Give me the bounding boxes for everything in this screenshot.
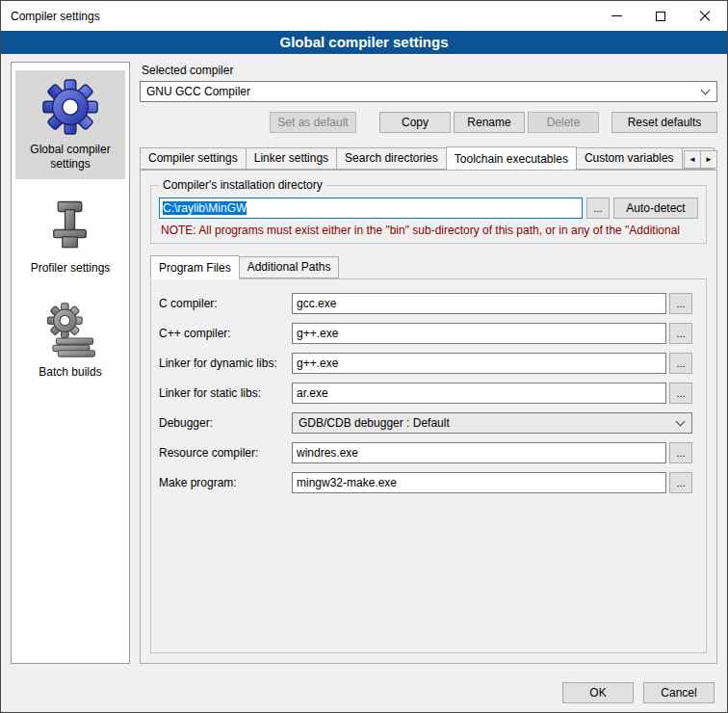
tab-linker-settings[interactable]: Linker settings [246, 147, 337, 170]
sidebar: Global compiler settings [11, 62, 130, 664]
resource-compiler-input[interactable] [292, 442, 666, 463]
close-icon [699, 11, 711, 22]
note-text: NOTE: All programs must exist either in … [161, 224, 698, 237]
resource-compiler-label: Resource compiler: [159, 446, 292, 460]
installation-directory-groupbox: Compiler's installation directory C:\ray… [150, 178, 707, 244]
titlebar: Compiler settings [1, 1, 727, 31]
arrow-right-icon: ► [705, 155, 713, 164]
cpp-compiler-input[interactable] [292, 323, 666, 344]
c-compiler-input[interactable] [292, 293, 666, 314]
browse-make-program-button[interactable]: ... [669, 472, 692, 493]
delete-button[interactable]: Delete [528, 112, 599, 133]
set-as-default-button[interactable]: Set as default [270, 112, 356, 133]
copy-button[interactable]: Copy [379, 112, 451, 133]
c-compiler-row: C compiler: ... [159, 293, 692, 314]
browse-static-linker-button[interactable]: ... [669, 383, 692, 404]
browse-c-compiler-button[interactable]: ... [669, 293, 692, 314]
install-dir-value: C:\raylib\MinGW [163, 201, 247, 215]
minimize-button[interactable] [594, 1, 638, 31]
sidebar-item-profiler-settings[interactable]: Profiler settings [15, 189, 125, 283]
tab-scroll-buttons: ◄ ► [685, 150, 717, 169]
static-linker-input[interactable] [292, 383, 666, 404]
sidebar-item-batch-builds[interactable]: Batch builds [15, 293, 125, 387]
make-program-row: Make program: ... [159, 472, 692, 493]
sidebar-item-label: Profiler settings [31, 261, 111, 276]
chevron-down-icon [676, 417, 686, 427]
sidebar-item-label: Global compiler settings [17, 143, 123, 172]
arrow-left-icon: ◄ [689, 155, 696, 164]
debugger-label: Debugger: [159, 416, 292, 430]
static-linker-label: Linker for static libs: [159, 386, 292, 400]
cpp-compiler-row: C++ compiler: ... [159, 323, 692, 344]
rename-button[interactable]: Rename [454, 112, 525, 133]
dynamic-linker-label: Linker for dynamic libs: [159, 356, 292, 370]
sidebar-item-global-compiler-settings[interactable]: Global compiler settings [15, 70, 125, 179]
browse-dynamic-linker-button[interactable]: ... [669, 353, 692, 374]
maximize-button[interactable] [638, 1, 683, 31]
sidebar-item-label: Batch builds [39, 365, 101, 380]
minimize-icon [611, 15, 622, 16]
debugger-row: Debugger: GDB/CDB debugger : Default [159, 412, 692, 434]
tab-custom-variables[interactable]: Custom variables [576, 147, 683, 170]
installation-directory-row: C:\raylib\MinGW ... Auto-detect [159, 198, 698, 219]
compiler-select-value: GNU GCC Compiler [146, 85, 250, 98]
debugger-select-value: GDB/CDB debugger : Default [299, 416, 450, 430]
compiler-select[interactable]: GNU GCC Compiler [140, 81, 717, 102]
window-controls [594, 1, 727, 31]
auto-detect-button[interactable]: Auto-detect [613, 198, 698, 219]
tab-program-files[interactable]: Program Files [150, 255, 240, 279]
browse-install-dir-button[interactable]: ... [586, 198, 610, 219]
dialog-header: Global compiler settings [1, 31, 727, 54]
debugger-select[interactable]: GDB/CDB debugger : Default [292, 412, 692, 434]
cancel-button[interactable]: Cancel [643, 682, 715, 703]
c-compiler-label: C compiler: [159, 297, 292, 310]
cpp-compiler-label: C++ compiler: [159, 327, 292, 340]
toolchain-executables-page: Compiler's installation directory C:\ray… [140, 170, 717, 664]
make-program-label: Make program: [159, 476, 292, 489]
dynamic-linker-input[interactable] [292, 353, 666, 374]
installation-directory-label: Compiler's installation directory [159, 178, 326, 192]
gear-icon [39, 76, 101, 138]
compiler-actions: Set as default Copy Rename Delete Reset … [140, 112, 717, 133]
static-linker-row: Linker for static libs: ... [159, 383, 692, 404]
program-tabs: Program Files Additional Paths [150, 255, 707, 278]
make-program-input[interactable] [292, 472, 666, 493]
browse-resource-compiler-button[interactable]: ... [669, 442, 692, 463]
install-dir-input[interactable]: C:\raylib\MinGW [159, 198, 583, 219]
main-panel: Selected compiler GNU GCC Compiler Set a… [140, 62, 717, 664]
tab-toolchain-executables[interactable]: Toolchain executables [446, 146, 577, 170]
tab-scroll-right-button[interactable]: ► [700, 150, 717, 169]
dialog-footer: OK Cancel [1, 673, 727, 712]
tab-scroll-left-button[interactable]: ◄ [684, 150, 701, 169]
reset-defaults-button[interactable]: Reset defaults [611, 112, 717, 133]
compiler-settings-window: Compiler settings Global compiler settin… [0, 0, 728, 713]
dialog-body: Global compiler settings [1, 54, 727, 673]
resource-compiler-row: Resource compiler: ... [159, 442, 692, 463]
ok-button[interactable]: OK [562, 682, 634, 703]
window-title: Compiler settings [1, 10, 100, 23]
dynamic-linker-row: Linker for dynamic libs: ... [159, 353, 692, 374]
browse-cpp-compiler-button[interactable]: ... [669, 323, 692, 344]
tab-additional-paths[interactable]: Additional Paths [239, 256, 340, 278]
profiler-tool-icon [39, 195, 101, 256]
maximize-icon [656, 12, 665, 21]
tab-compiler-settings[interactable]: Compiler settings [140, 147, 247, 170]
close-button[interactable] [683, 1, 727, 31]
program-files-page: C compiler: ... C++ compiler: ... Linker… [150, 278, 707, 653]
chevron-down-icon [701, 86, 711, 95]
tab-search-directories[interactable]: Search directories [336, 147, 447, 170]
settings-tabstrip: Compiler settings Linker settings Search… [140, 146, 717, 170]
selected-compiler-label: Selected compiler [142, 64, 717, 77]
batch-builds-gear-icon [39, 299, 101, 360]
